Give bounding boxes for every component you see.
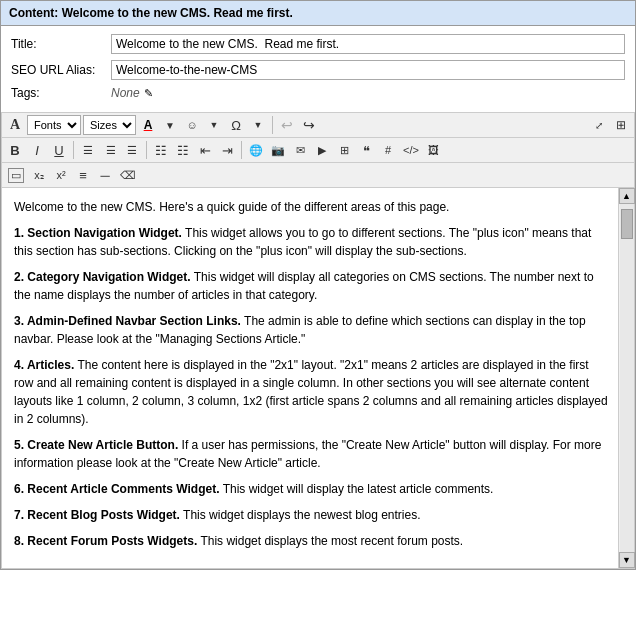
section-7-text: This widget displays the newest blog ent… xyxy=(183,508,420,522)
align-justify-btn[interactable]: ≡ xyxy=(73,165,93,185)
section-5-title: 5. Create New Article Button. xyxy=(14,438,178,452)
seo-input[interactable] xyxy=(111,60,625,80)
code-icon: </> xyxy=(403,144,419,156)
remove-format-btn[interactable]: ⌫ xyxy=(117,165,139,185)
editor-scrollbar[interactable]: ▲ ▼ xyxy=(618,188,634,568)
toolbar-row-3: ▭ x₂ x² ≡ ─ ⌫ xyxy=(2,163,634,188)
toolbar-separator-4 xyxy=(241,141,242,159)
sizes-select[interactable]: Sizes xyxy=(83,115,136,135)
title-input[interactable] xyxy=(111,34,625,54)
media-icon: ▶ xyxy=(318,144,326,157)
email-icon: ✉ xyxy=(296,144,305,157)
editor-content[interactable]: Welcome to the new CMS. Here's a quick g… xyxy=(2,188,634,568)
image-icon: 📷 xyxy=(271,144,285,157)
hash-btn[interactable]: # xyxy=(378,140,398,160)
editor-outer: Welcome to the new CMS. Here's a quick g… xyxy=(1,188,635,569)
align-center-icon: ☰ xyxy=(106,144,115,157)
ol-btn[interactable]: ☷ xyxy=(151,140,171,160)
insert-image-icon: 🖼 xyxy=(428,144,439,156)
section-4-text: The content here is displayed in the "2x… xyxy=(14,358,608,426)
align-left-btn[interactable]: ☰ xyxy=(78,140,98,160)
subscript-icon: x₂ xyxy=(34,169,44,182)
align-left-icon: ☰ xyxy=(83,144,93,157)
smiley-dropdown-btn[interactable]: ▼ xyxy=(204,115,224,135)
editor-section-2: 2. Category Navigation Widget. This widg… xyxy=(14,268,610,304)
smiley-btn[interactable]: ☺ xyxy=(182,115,202,135)
section-3-title: 3. Admin-Defined Navbar Section Links. xyxy=(14,314,241,328)
main-container: Content: Welcome to the new CMS. Read me… xyxy=(0,0,636,570)
section-8-text: This widget displays the most recent for… xyxy=(200,534,463,548)
undo-btn[interactable]: ↩ xyxy=(277,115,297,135)
color-picker-icon: ▼ xyxy=(165,120,175,131)
media-btn[interactable]: ▶ xyxy=(312,140,332,160)
email-btn[interactable]: ✉ xyxy=(290,140,310,160)
redo-btn[interactable]: ↪ xyxy=(299,115,319,135)
section-8-title: 8. Recent Forum Posts Widgets. xyxy=(14,534,197,548)
tags-value: None xyxy=(111,86,140,100)
title-row: Title: xyxy=(11,34,625,54)
code-btn[interactable]: </> xyxy=(400,140,422,160)
fonts-select[interactable]: Fonts xyxy=(27,115,81,135)
editor-intro: Welcome to the new CMS. Here's a quick g… xyxy=(14,198,610,216)
seo-row: SEO URL Alias: xyxy=(11,60,625,80)
superscript-icon: x² xyxy=(56,169,65,181)
outdent-btn[interactable]: ⇤ xyxy=(195,140,215,160)
section-2-title: 2. Category Navigation Widget. xyxy=(14,270,191,284)
fullscreen-icon: ⊞ xyxy=(616,118,626,132)
subscript-btn[interactable]: x₂ xyxy=(29,165,49,185)
italic-btn[interactable]: I xyxy=(27,140,47,160)
scroll-down-btn[interactable]: ▼ xyxy=(619,552,635,568)
image-btn[interactable]: 📷 xyxy=(268,140,288,160)
insert-image-btn[interactable]: 🖼 xyxy=(424,140,444,160)
section-6-text: This widget will display the latest arti… xyxy=(223,482,494,496)
superscript-btn[interactable]: x² xyxy=(51,165,71,185)
edit-tags-icon[interactable]: ✎ xyxy=(144,87,153,100)
table-btn[interactable]: ⊞ xyxy=(334,140,354,160)
italic-icon: I xyxy=(35,143,39,158)
redo-icon: ↪ xyxy=(303,117,315,133)
block-btn[interactable]: ▭ xyxy=(5,165,27,185)
hr-btn[interactable]: ─ xyxy=(95,165,115,185)
fullscreen-btn[interactable]: ⊞ xyxy=(611,115,631,135)
indent-btn[interactable]: ⇥ xyxy=(217,140,237,160)
bold-btn[interactable]: B xyxy=(5,140,25,160)
block-icon: ▭ xyxy=(8,168,24,183)
scroll-track[interactable] xyxy=(620,204,634,552)
scroll-up-icon: ▲ xyxy=(622,191,631,201)
editor-section-5: 5. Create New Article Button. If a user … xyxy=(14,436,610,472)
hash-icon: # xyxy=(385,144,391,156)
expand-icon: ⤢ xyxy=(595,120,603,131)
toolbar-separator-2 xyxy=(73,141,74,159)
indent-icon: ⇥ xyxy=(222,143,233,158)
smiley-dropdown-icon: ▼ xyxy=(210,120,219,130)
color-picker-btn[interactable]: ▼ xyxy=(160,115,180,135)
remove-format-icon: ⌫ xyxy=(120,169,136,182)
link-btn[interactable]: 🌐 xyxy=(246,140,266,160)
form-area: Title: SEO URL Alias: Tags: None ✎ xyxy=(1,26,635,112)
editor-section-4: 4. Articles. The content here is display… xyxy=(14,356,610,428)
special-chars-dropdown-btn[interactable]: ▼ xyxy=(248,115,268,135)
editor-section-8: 8. Recent Forum Posts Widgets. This widg… xyxy=(14,532,610,550)
special-chars-btn[interactable]: Ω xyxy=(226,115,246,135)
section-1-title: 1. Section Navigation Widget. xyxy=(14,226,182,240)
font-icon-btn[interactable]: A xyxy=(5,115,25,135)
align-justify-icon: ≡ xyxy=(79,168,87,183)
smiley-icon: ☺ xyxy=(186,119,197,131)
underline-btn[interactable]: U xyxy=(49,140,69,160)
align-right-btn[interactable]: ☰ xyxy=(122,140,142,160)
align-right-icon: ☰ xyxy=(127,144,137,157)
toolbar-row-1: A Fonts Sizes A ▼ ☺ ▼ Ω xyxy=(2,113,634,138)
bold-icon: B xyxy=(10,143,19,158)
table-icon: ⊞ xyxy=(340,144,349,157)
content-header: Content: Welcome to the new CMS. Read me… xyxy=(1,1,635,26)
scroll-up-btn[interactable]: ▲ xyxy=(619,188,635,204)
quote-btn[interactable]: ❝ xyxy=(356,140,376,160)
text-color-btn[interactable]: A xyxy=(138,115,158,135)
align-center-btn[interactable]: ☰ xyxy=(100,140,120,160)
expand-btn[interactable]: ⤢ xyxy=(589,115,609,135)
ul-btn[interactable]: ☷ xyxy=(173,140,193,160)
hr-icon: ─ xyxy=(100,168,109,183)
editor-section-6: 6. Recent Article Comments Widget. This … xyxy=(14,480,610,498)
scroll-thumb[interactable] xyxy=(621,209,633,239)
ul-icon: ☷ xyxy=(177,143,189,158)
